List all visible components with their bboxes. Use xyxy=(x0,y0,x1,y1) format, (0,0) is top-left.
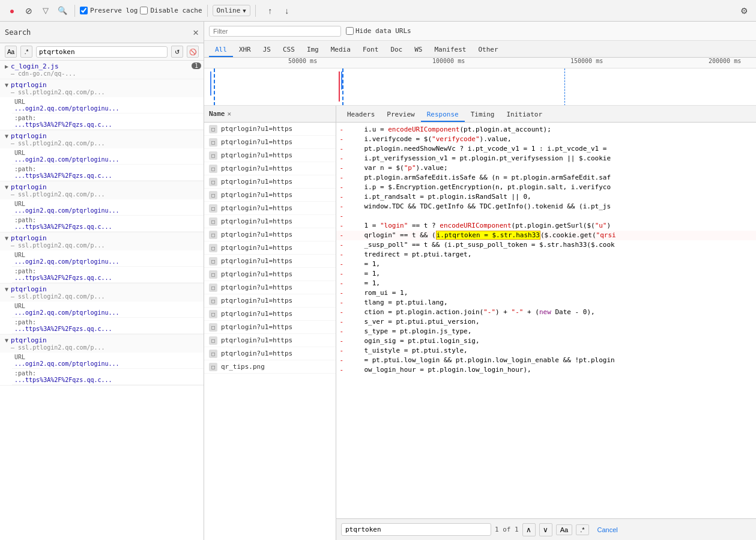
close-detail-button[interactable]: ✕ xyxy=(228,110,232,118)
list-item-11[interactable]: □ ptqrlogin?u1=https xyxy=(204,268,336,281)
detail-value-5-path: ...ttps%3A%2F%2Fqzs.qq.c... xyxy=(14,326,201,332)
detail-row-2-path[interactable]: :path: ...ttps%3A%2F%2Fqzs.qq.c... xyxy=(12,165,204,181)
tab-other[interactable]: Other xyxy=(472,43,504,57)
search-regex-button[interactable]: .* xyxy=(20,46,32,58)
bottom-case-button[interactable]: Aa xyxy=(556,524,572,535)
result-group-header-2[interactable]: ▼ ptqrlogin — ssl.ptlogin2.qq.com/p... xyxy=(0,130,204,148)
preserve-log-checkbox[interactable] xyxy=(80,7,88,14)
list-item-3[interactable]: □ ptqrlogin?u1=https xyxy=(204,162,336,175)
detail-row-1-url[interactable]: URL ...ogin2.qq.com/ptqrloginu... xyxy=(12,97,204,114)
list-item-13[interactable]: □ ptqrlogin?u1=https xyxy=(204,294,336,308)
tab-doc[interactable]: Doc xyxy=(384,43,408,57)
search-next-button[interactable]: ∨ xyxy=(539,523,552,536)
item-name-4: ptqrlogin?u1=https xyxy=(221,178,292,186)
export-button[interactable]: ↓ xyxy=(280,4,294,18)
list-item-10[interactable]: □ ptqrlogin?u1=https xyxy=(204,255,336,268)
hide-data-urls-checkbox[interactable] xyxy=(346,27,354,35)
tab-timing[interactable]: Timing xyxy=(465,108,501,122)
gutter-20: - xyxy=(339,308,348,317)
item-name-16: ptqrlogin?u1=https xyxy=(221,336,292,344)
preserve-log-label[interactable]: Preserve log xyxy=(80,7,138,14)
search-input[interactable] xyxy=(39,48,165,56)
result-group-header-4[interactable]: ▼ ptqrlogin — ssl.ptlogin2.qq.com/p... xyxy=(0,232,204,250)
online-dropdown[interactable]: Online ▼ xyxy=(213,5,250,16)
code-line-5: - var n = $("p").value; xyxy=(336,163,756,173)
list-item-2[interactable]: □ ptqrlogin?u1=https xyxy=(204,149,336,162)
tab-js[interactable]: JS xyxy=(257,43,277,57)
record-button[interactable]: ● xyxy=(5,4,19,18)
tab-initiator[interactable]: Initiator xyxy=(500,108,548,122)
import-button[interactable]: ↑ xyxy=(263,4,277,18)
filter-button[interactable]: ▽ xyxy=(38,4,53,18)
result-group-header-0[interactable]: ▶ c_login_2.js — cdn-go.cn/qq-... 1 xyxy=(0,61,204,79)
detail-label-2-path: :path: xyxy=(14,166,201,172)
tab-ws[interactable]: WS xyxy=(408,43,428,57)
list-item-12[interactable]: □ ptqrlogin?u1=https xyxy=(204,281,336,294)
detail-row-5-path[interactable]: :path: ...ttps%3A%2F%2Fqzs.qq.c... xyxy=(12,318,204,334)
result-url-6: — ssl.ptlogin2.qq.com/p... xyxy=(11,344,105,351)
code-line-19: - tlang = pt.ptui.lang, xyxy=(336,298,756,308)
detail-row-3-path[interactable]: :path: ...ttps%3A%2F%2Fqzs.qq.c... xyxy=(12,216,204,232)
tab-manifest[interactable]: Manifest xyxy=(429,43,473,57)
tab-preview[interactable]: Preview xyxy=(381,108,420,122)
detail-row-6-url[interactable]: URL ...ogin2.qq.com/ptqrloginu... xyxy=(12,353,204,369)
disable-cache-label[interactable]: Disable cache xyxy=(140,7,202,14)
hide-data-urls-label[interactable]: Hide data URLs xyxy=(346,27,411,35)
result-group-header-6[interactable]: ▼ ptqrlogin — ssl.ptlogin2.qq.com/p... xyxy=(0,335,204,353)
list-item-9[interactable]: □ ptqrlogin?u1=https xyxy=(204,241,336,255)
result-file-info-3: ptqrlogin — ssl.ptlogin2.qq.com/p... xyxy=(11,183,105,198)
result-group-header-1[interactable]: ▼ ptqrlogin — ssl.ptlogin2.qq.com/p... xyxy=(0,79,204,97)
code-content-11: 1 = "login" == t ? encodeURIComponent(pt… xyxy=(348,221,754,231)
tab-media[interactable]: Media xyxy=(325,43,357,57)
tab-css[interactable]: CSS xyxy=(277,43,301,57)
result-group-header-5[interactable]: ▼ ptqrlogin — ssl.ptlogin2.qq.com/p... xyxy=(0,284,204,302)
code-view[interactable]: - i.u = encodeURIComponent(pt.plogin.at_… xyxy=(336,123,756,518)
bottom-cancel-button[interactable]: Cancel xyxy=(593,525,623,535)
tab-headers[interactable]: Headers xyxy=(341,108,381,122)
search-button[interactable]: 🔍 xyxy=(55,4,70,18)
result-url-4: — ssl.ptlogin2.qq.com/p... xyxy=(11,242,105,249)
tab-font[interactable]: Font xyxy=(357,43,385,57)
detail-row-2-url[interactable]: URL ...ogin2.qq.com/ptqrloginu... xyxy=(12,148,204,165)
tab-all[interactable]: All xyxy=(209,43,233,57)
list-item-15[interactable]: □ ptqrlogin?u1=https xyxy=(204,321,336,334)
search-close-button[interactable]: ✕ xyxy=(193,26,199,38)
detail-row-1-path[interactable]: :path: ...ttps%3A%2F%2Fqzs.qq.c... xyxy=(12,114,204,130)
list-item-1[interactable]: □ ptqrlogin?u1=https xyxy=(204,136,336,149)
list-item-4[interactable]: □ ptqrlogin?u1=https xyxy=(204,175,336,189)
filter-input[interactable] xyxy=(209,26,341,37)
list-item-6[interactable]: □ ptqrlogin?u1=https xyxy=(204,202,336,215)
list-item-0[interactable]: □ ptqrlogin?u1=https xyxy=(204,123,336,136)
code-content-17: = 1, xyxy=(348,279,754,288)
result-group-header-3[interactable]: ▼ ptqrlogin — ssl.ptlogin2.qq.com/p... xyxy=(0,181,204,199)
settings-button[interactable]: ⚙ xyxy=(737,4,751,18)
detail-row-4-path[interactable]: :path: ...ttps%3A%2F%2Fqzs.qq.c... xyxy=(12,267,204,283)
tab-response[interactable]: Response xyxy=(421,108,465,122)
result-url-3: — ssl.ptlogin2.qq.com/p... xyxy=(11,191,105,198)
tab-img[interactable]: Img xyxy=(301,43,325,57)
search-block-button[interactable]: 🚫 xyxy=(187,46,199,58)
stop-button[interactable]: ⊘ xyxy=(22,4,36,18)
bottom-regex-button[interactable]: .* xyxy=(576,524,588,535)
search-case-button[interactable]: Aa xyxy=(5,46,17,58)
bottom-search-input[interactable] xyxy=(341,523,491,536)
detail-value-2-path: ...ttps%3A%2F%2Fqzs.qq.c... xyxy=(14,172,201,179)
list-item-7[interactable]: □ ptqrlogin?u1=https xyxy=(204,215,336,228)
detail-row-5-url[interactable]: URL ...ogin2.qq.com/ptqrloginu... xyxy=(12,302,204,318)
list-item-5[interactable]: □ ptqrlogin?u1=https xyxy=(204,189,336,202)
detail-value-4-path: ...ttps%3A%2F%2Fqzs.qq.c... xyxy=(14,275,201,281)
list-item-14[interactable]: □ ptqrlogin?u1=https xyxy=(204,308,336,321)
list-item-8[interactable]: □ ptqrlogin?u1=https xyxy=(204,228,336,241)
item-icon-17: □ xyxy=(209,350,217,358)
list-item-18[interactable]: □ qr_tips.png xyxy=(204,360,336,374)
list-item-16[interactable]: □ ptqrlogin?u1=https xyxy=(204,334,336,347)
search-prev-button[interactable]: ∧ xyxy=(522,523,536,536)
disable-cache-checkbox[interactable] xyxy=(140,7,148,14)
search-refresh-button[interactable]: ↺ xyxy=(171,46,183,58)
detail-row-6-path[interactable]: :path: ...ttps%3A%2F%2Fqzs.qq.c... xyxy=(12,369,204,385)
detail-row-4-url[interactable]: URL ...ogin2.qq.com/ptqrloginu... xyxy=(12,250,204,267)
tab-xhr[interactable]: XHR xyxy=(233,43,257,57)
detail-row-3-url[interactable]: URL ...ogin2.qq.com/ptqrloginu... xyxy=(12,199,204,216)
list-item-17[interactable]: □ ptqrlogin?u1=https xyxy=(204,347,336,360)
gutter-21: - xyxy=(339,317,348,327)
